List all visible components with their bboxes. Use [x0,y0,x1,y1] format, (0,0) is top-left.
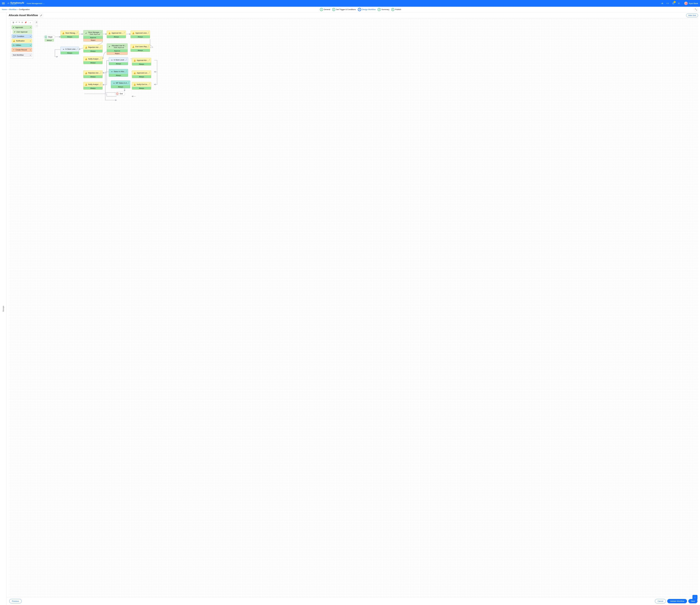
badge-count: 7 [674,1,676,3]
breadcrumb-current: Configuration [19,8,30,10]
wizard-step-summary[interactable]: 4Summary [378,8,389,11]
brand-sub: SUMMIT [10,4,24,5]
avatar [684,2,688,5]
wizard-steps: 1General 2Set Trigger & Conditions 3Desi… [320,8,401,11]
approvals-badge-button[interactable]: 7 [672,2,675,5]
expand-button[interactable] [694,7,698,11]
brand-logo: SymphonyAI SUMMIT [7,2,24,5]
svg-point-1 [679,3,679,4]
module-name: Asset Management [27,2,42,4]
user-chip[interactable]: Ryan Black [684,2,698,5]
chevron-right-icon: › [17,8,18,10]
chevron-right-icon: › [8,8,8,10]
user-name: Ryan Black [689,2,698,4]
svg-point-0 [672,2,674,4]
chevron-down-icon: ⌄ [43,2,45,4]
wizard-step-trigger[interactable]: 2Set Trigger & Conditions [332,8,356,11]
breadcrumb: Home › Workflow › Configuration [2,8,30,10]
code-button[interactable] [666,2,669,5]
menu-button[interactable] [2,2,5,4]
wizard-step-general[interactable]: 1General [320,8,330,11]
font-size-button[interactable]: AAAA [660,2,664,5]
wizard-step-design[interactable]: 3Design Workflow [358,8,376,11]
wizard-step-publish[interactable]: 5Publish [391,8,401,11]
settings-button[interactable] [677,2,680,5]
breadcrumb-home[interactable]: Home [2,8,7,10]
breadcrumb-workflow[interactable]: Workflow [9,8,17,10]
module-dropdown[interactable]: Asset Management ⌄ [27,2,45,4]
